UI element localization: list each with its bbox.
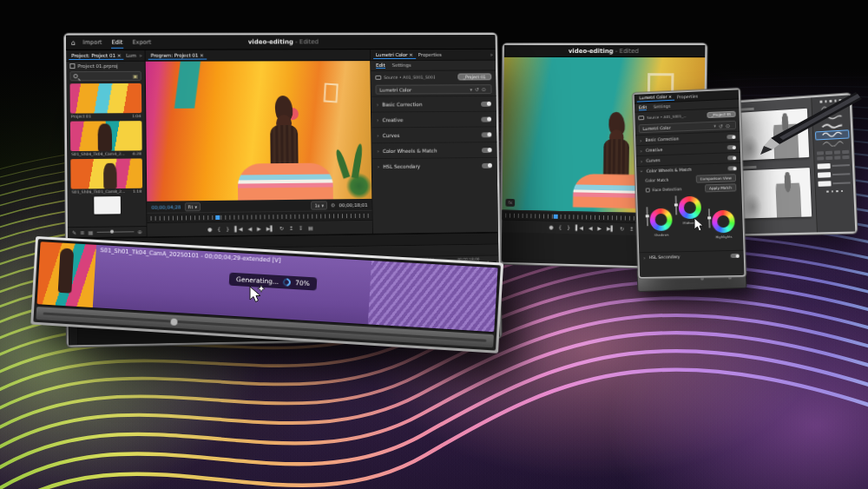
- toggle-switch[interactable]: [482, 148, 492, 153]
- play-button[interactable]: ▶: [597, 226, 602, 231]
- shadows-slider[interactable]: [646, 207, 648, 226]
- project-items: Project 011:04 S01_Sh04_Tk04_Cam4_202501…: [66, 83, 146, 227]
- folder-icon[interactable]: ▣: [133, 73, 138, 79]
- scrollbar-knob[interactable]: [171, 318, 178, 325]
- toggle-switch[interactable]: [482, 162, 492, 168]
- lift-button[interactable]: ↥: [629, 227, 634, 232]
- subtab-settings[interactable]: Settings: [654, 103, 671, 109]
- project-item[interactable]: Project 011:04: [70, 83, 142, 119]
- marker-button[interactable]: ●: [207, 227, 212, 232]
- tab-overflow[interactable]: Lum: [123, 52, 139, 59]
- playhead[interactable]: [215, 215, 220, 220]
- mark-out-button[interactable]: }: [567, 225, 570, 230]
- mark-in-button[interactable]: {: [217, 226, 220, 231]
- step-forward-button[interactable]: ▶▌: [266, 226, 274, 231]
- rate-dropdown[interactable]: 1x▾: [311, 201, 327, 209]
- timecode-current[interactable]: 00;00;04;28: [151, 204, 181, 209]
- window2-title: video-editing - Edited: [504, 47, 705, 54]
- toggle-switch[interactable]: [481, 101, 491, 106]
- apply-match-button[interactable]: Apply Match: [705, 183, 736, 192]
- section-basic-correction[interactable]: › Basic Correction: [372, 96, 496, 112]
- edit-icon[interactable]: ✎: [72, 229, 76, 235]
- comparison-view-button[interactable]: Comparison View: [695, 174, 736, 183]
- source-row: Source • A01_S001_S001_... _Project 01: [371, 70, 496, 83]
- search-icon: [74, 74, 78, 78]
- titlebar-main: ⌂ Import Edit Export video-editing - Edi…: [66, 35, 496, 50]
- section-creative[interactable]: › Creative: [372, 111, 496, 128]
- storyboard-frame-2[interactable]: [738, 168, 812, 219]
- reset-icon: ↺: [719, 122, 723, 129]
- chevron-right-icon: ›: [377, 148, 378, 154]
- mark-in-button[interactable]: {: [558, 225, 562, 230]
- loop-button[interactable]: ↻: [279, 226, 284, 231]
- face-detection-checkbox[interactable]: [646, 188, 650, 192]
- color-wheels: Shadows Midtones Highlights: [637, 194, 743, 252]
- thumbnail: [70, 158, 142, 188]
- midtones-slider[interactable]: [675, 195, 677, 215]
- toggle-switch[interactable]: [727, 155, 736, 160]
- toggle-switch[interactable]: [481, 116, 491, 122]
- lift-button[interactable]: ↥: [289, 225, 293, 230]
- chevron-down-icon: ›: [639, 170, 645, 173]
- search-input[interactable]: [81, 73, 130, 78]
- layer-swatch-2[interactable]: [818, 171, 850, 178]
- section-color-wheels[interactable]: › Color Wheels & Match: [372, 142, 496, 158]
- tab-lumetri-color[interactable]: Lumetri Color ×: [637, 94, 675, 102]
- export-frame-button[interactable]: ▤: [308, 225, 313, 230]
- stylus-pen: [748, 90, 863, 163]
- extract-button[interactable]: ↧: [299, 225, 303, 230]
- clip-thumbnail: [36, 241, 96, 307]
- preset-pill-button[interactable]: _Project 01: [457, 73, 491, 80]
- thumb-view-icon[interactable]: ▦: [88, 229, 93, 235]
- effect-dropdown[interactable]: Lumetri Color ▾ ↺⊙: [375, 84, 491, 94]
- highlights-slider[interactable]: [708, 208, 710, 228]
- toggle-switch[interactable]: [727, 135, 735, 139]
- chevron-right-icon: ›: [640, 137, 642, 143]
- blank-card[interactable]: [94, 196, 121, 215]
- freeform-area: [71, 196, 143, 218]
- section-curves[interactable]: › Curves: [372, 126, 496, 142]
- section-hsl-secondary[interactable]: › HSL Secondary: [372, 157, 497, 174]
- subject-person: [236, 96, 332, 201]
- toggle-switch[interactable]: [731, 254, 740, 258]
- loop-button[interactable]: ↻: [620, 226, 624, 231]
- timecode-total: 00;00;18;01: [339, 202, 367, 207]
- panel-menu-icon[interactable]: »: [139, 53, 141, 58]
- marker-button[interactable]: ●: [549, 225, 553, 230]
- layer-swatch-3[interactable]: [818, 180, 851, 187]
- fit-dropdown[interactable]: Fit▾: [184, 202, 201, 211]
- play-button[interactable]: ▶: [257, 226, 261, 231]
- chevron-right-icon: ›: [377, 102, 378, 108]
- toggle-switch[interactable]: [727, 145, 736, 149]
- subtab-edit[interactable]: Edit: [639, 105, 647, 110]
- zoom-slider[interactable]: [96, 231, 134, 233]
- tab-properties[interactable]: Properties: [416, 51, 444, 58]
- playhead[interactable]: [553, 215, 557, 219]
- lumetri-tabs: Lumetri Color × Properties »: [371, 50, 496, 61]
- tab-project[interactable]: Project: Project 01 ×: [69, 51, 123, 59]
- highlights-wheel[interactable]: [712, 210, 735, 234]
- panel-menu-icon[interactable]: »: [490, 52, 492, 57]
- shadows-wheel[interactable]: [649, 208, 672, 232]
- midtones-wheel[interactable]: [679, 196, 702, 220]
- spinner-icon: [281, 277, 293, 288]
- preset-pill-button[interactable]: _Project 01: [707, 110, 735, 117]
- tab-program[interactable]: Program: Project 01 ×: [148, 51, 207, 59]
- step-back-button[interactable]: ▌◀: [234, 226, 242, 231]
- prev-frame-button[interactable]: ◀: [589, 226, 593, 231]
- tab-properties[interactable]: Properties: [674, 93, 700, 100]
- prev-frame-button[interactable]: ◀: [247, 226, 252, 231]
- tab-lumetri-color[interactable]: Lumetri Color ×: [373, 51, 416, 59]
- new-item-icon[interactable]: ⊕: [137, 228, 141, 235]
- list-view-icon[interactable]: ≣: [80, 229, 84, 235]
- subtab-settings[interactable]: Settings: [391, 63, 411, 69]
- toggle-switch[interactable]: [482, 132, 492, 137]
- subtab-edit[interactable]: Edit: [376, 63, 385, 69]
- step-back-button[interactable]: ▌◀: [575, 225, 583, 230]
- settings-wrench-icon[interactable]: ⚙: [331, 202, 335, 208]
- project-item[interactable]: S01_Sh04_Tk04_Cam4_202501014:28: [70, 121, 142, 156]
- mark-out-button[interactable]: }: [226, 226, 229, 231]
- step-forward-button[interactable]: ▶▌: [607, 226, 615, 231]
- project-item[interactable]: S01_Sh06_Tk01_Cam8_202501011:18: [70, 158, 142, 194]
- toggle-switch[interactable]: [727, 166, 736, 170]
